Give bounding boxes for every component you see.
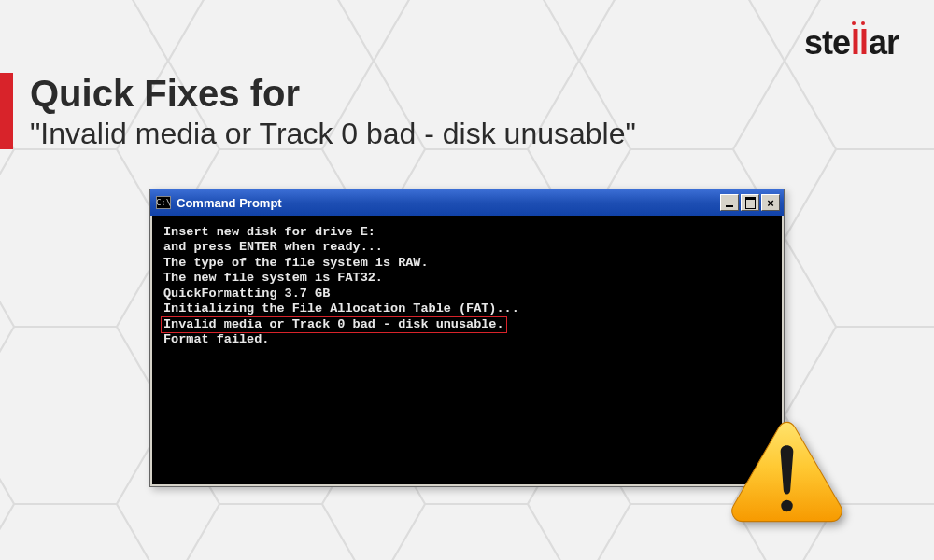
warning-icon — [729, 418, 845, 525]
brand-logo: stellar — [804, 23, 899, 63]
command-prompt-window: C:\ Command Prompt × Insert new disk for… — [149, 189, 785, 487]
logo-text-post: ar — [869, 23, 899, 62]
minimize-button[interactable] — [720, 194, 739, 211]
svg-point-0 — [781, 500, 793, 512]
maximize-button[interactable] — [741, 194, 759, 211]
terminal-output: Insert new disk for drive E: and press E… — [163, 225, 772, 348]
accent-bar — [0, 73, 13, 149]
heading-main: Quick Fixes for — [30, 73, 636, 115]
cmd-icon: C:\ — [156, 196, 171, 209]
terminal-body: Insert new disk for drive E: and press E… — [150, 216, 784, 486]
highlighted-error-line: Invalid media or Track 0 bad - disk unus… — [161, 316, 507, 333]
window-controls: × — [720, 194, 780, 211]
close-button[interactable]: × — [761, 194, 780, 211]
logo-text-accent: ll — [850, 23, 869, 62]
window-title: Command Prompt — [177, 196, 720, 210]
logo-text-pre: ste — [804, 23, 850, 62]
window-title-bar: C:\ Command Prompt × — [150, 189, 784, 216]
heading-sub: "Invalid media or Track 0 bad - disk unu… — [30, 117, 636, 151]
page-heading: Quick Fixes for "Invalid media or Track … — [0, 73, 636, 151]
